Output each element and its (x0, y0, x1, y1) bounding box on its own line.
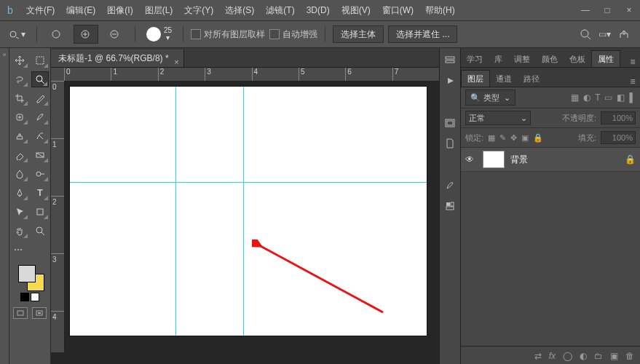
menu-view[interactable]: 视图(V) (336, 0, 376, 20)
menu-layer[interactable]: 图层(L) (139, 0, 179, 20)
tab-learn[interactable]: 学习 (461, 51, 489, 67)
menu-help[interactable]: 帮助(H) (419, 0, 461, 20)
swatches-panel-icon[interactable] (442, 198, 458, 214)
frame-tool-icon[interactable] (442, 115, 458, 131)
lock-position-icon[interactable]: ✥ (510, 133, 517, 143)
history-brush-tool[interactable] (31, 128, 49, 144)
add-to-selection-button[interactable] (74, 25, 98, 44)
select-and-mask-button[interactable]: 选择并遮住 ... (388, 25, 457, 43)
brush-preview[interactable]: 25 ▾ (143, 25, 175, 44)
panel-menu-icon[interactable]: ≡ (625, 76, 640, 87)
path-select-tool[interactable] (11, 204, 28, 220)
select-subject-button[interactable]: 选择主体 (333, 25, 384, 43)
layer-filter-kind-select[interactable]: 🔍 类型 ⌄ (465, 90, 515, 106)
healing-brush-tool[interactable] (11, 109, 28, 125)
new-selection-button[interactable] (44, 25, 69, 44)
default-colors-button[interactable] (20, 293, 39, 301)
close-button[interactable]: × (618, 0, 640, 20)
type-tool[interactable]: T (31, 185, 49, 201)
layer-thumbnail[interactable] (483, 151, 505, 168)
link-layers-icon[interactable]: ⇄ (534, 351, 542, 361)
panel-menu-icon[interactable]: ≡ (625, 57, 640, 67)
tool-preset-picker[interactable]: ▾ (4, 25, 29, 44)
ruler-origin[interactable] (51, 68, 65, 82)
search-icon[interactable] (580, 28, 591, 40)
delete-layer-icon[interactable]: 🗑 (625, 351, 634, 361)
brush-settings-icon[interactable] (442, 178, 458, 194)
filter-smart-icon[interactable]: ◧ (617, 92, 625, 103)
marquee-tool[interactable] (31, 52, 49, 68)
minimize-button[interactable]: — (574, 0, 596, 20)
auto-enhance-checkbox[interactable]: 自动增强 (269, 28, 317, 41)
move-tool[interactable] (11, 52, 28, 68)
layer-name[interactable]: 背景 (510, 154, 619, 166)
guide-horizontal[interactable] (70, 182, 427, 183)
artboard[interactable] (70, 87, 427, 336)
hand-tool[interactable] (11, 223, 28, 239)
fill-input[interactable]: 100% (601, 131, 636, 144)
workspace-switcher-icon[interactable]: ▭▾ (598, 29, 611, 39)
guide-vertical[interactable] (243, 87, 244, 336)
filter-adjust-icon[interactable]: ◐ (583, 92, 590, 103)
zoom-tool[interactable] (31, 223, 49, 239)
lasso-tool[interactable] (11, 71, 28, 87)
lock-pixels-icon[interactable]: ✎ (499, 133, 506, 143)
tab-properties[interactable]: 属性 (591, 50, 620, 67)
vertical-ruler[interactable]: 0 1 2 3 4 (51, 81, 65, 352)
eyedropper-tool[interactable] (31, 90, 49, 106)
dodge-tool[interactable] (31, 166, 49, 182)
tab-libraries[interactable]: 库 (489, 51, 508, 67)
visibility-toggle-icon[interactable]: 👁 (465, 154, 477, 165)
filter-shape-icon[interactable]: ▭ (604, 92, 612, 103)
tab-layers[interactable]: 图层 (461, 70, 490, 87)
lock-artboard-icon[interactable]: ▣ (521, 133, 529, 143)
gradient-tool[interactable] (31, 147, 49, 163)
subtract-from-selection-button[interactable] (103, 25, 127, 44)
new-adjust-icon[interactable]: ◐ (580, 351, 587, 361)
lock-transparent-icon[interactable]: ▦ (488, 133, 495, 143)
layer-fx-icon[interactable]: fx (549, 351, 556, 361)
pen-tool[interactable] (11, 185, 28, 201)
tab-adjust[interactable]: 调整 (508, 51, 536, 67)
share-icon[interactable] (618, 28, 630, 40)
document-panel-icon[interactable] (442, 135, 458, 151)
guide-vertical[interactable] (175, 87, 176, 336)
color-swatches[interactable] (15, 265, 44, 291)
add-mask-icon[interactable]: ◯ (563, 351, 572, 361)
horizontal-ruler[interactable]: 0 1 2 3 4 5 6 7 (64, 68, 439, 82)
actions-panel-icon[interactable] (442, 73, 458, 89)
filter-type-icon[interactable]: T (595, 92, 600, 103)
tab-channels[interactable]: 通道 (490, 71, 518, 87)
canvas-viewport[interactable] (64, 81, 439, 352)
new-layer-icon[interactable]: ▣ (610, 351, 618, 361)
history-panel-icon[interactable] (442, 52, 458, 68)
blend-mode-select[interactable]: 正常⌄ (465, 111, 531, 125)
toolbox-collapse-strip[interactable]: » (0, 48, 9, 364)
eraser-tool[interactable] (11, 147, 28, 163)
sample-all-layers-checkbox[interactable]: 对所有图层取样 (191, 28, 265, 41)
crop-tool[interactable] (11, 90, 28, 106)
document-tab[interactable]: 未标题-1 @ 66.7%(RGB/8) * × (51, 50, 184, 67)
tab-swatches[interactable]: 色板 (564, 51, 591, 67)
menu-window[interactable]: 窗口(W) (376, 0, 419, 20)
foreground-color-swatch[interactable] (18, 265, 36, 282)
shape-tool[interactable] (31, 204, 49, 220)
menu-filter[interactable]: 滤镜(T) (260, 0, 300, 20)
menu-select[interactable]: 选择(S) (219, 0, 260, 20)
clone-stamp-tool[interactable] (11, 128, 28, 144)
edit-toolbar-button[interactable]: ⋯ (11, 242, 31, 258)
new-group-icon[interactable]: 🗀 (594, 351, 603, 361)
menu-edit[interactable]: 编辑(E) (60, 0, 101, 20)
menu-3d[interactable]: 3D(D) (301, 0, 336, 20)
filter-toggle[interactable]: ▌ (629, 92, 636, 103)
menu-type[interactable]: 文字(Y) (178, 0, 219, 20)
layer-row[interactable]: 👁 背景 🔒 (461, 148, 640, 172)
quick-select-tool[interactable] (31, 71, 49, 87)
menu-file[interactable]: 文件(F) (20, 0, 60, 20)
tab-color[interactable]: 颜色 (536, 51, 564, 67)
blur-tool[interactable] (11, 166, 28, 182)
lock-all-icon[interactable]: 🔒 (533, 133, 543, 143)
brush-tool[interactable] (31, 109, 49, 125)
standard-mode-button[interactable] (13, 307, 28, 319)
screen-mode-button[interactable] (32, 307, 47, 319)
